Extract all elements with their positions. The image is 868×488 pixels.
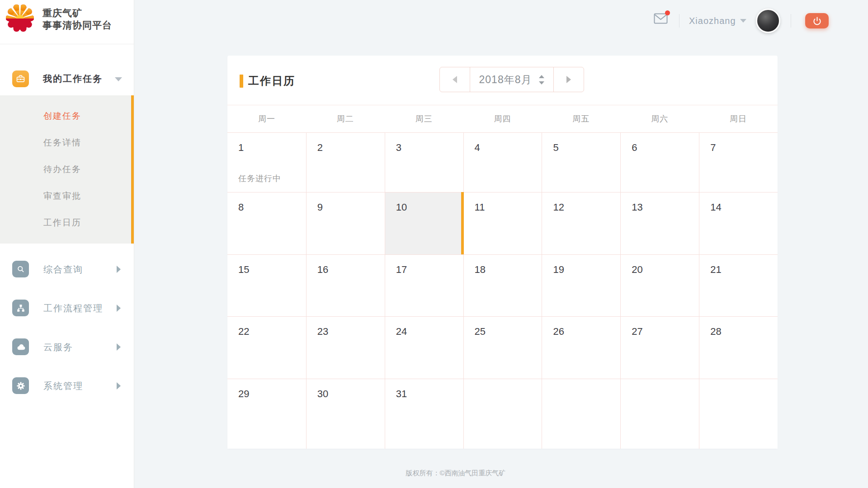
prev-month-button[interactable] [440,67,470,92]
weekday-label: 周三 [385,105,463,132]
day-number: 8 [238,202,244,213]
avatar[interactable] [756,9,780,33]
day-cell-7[interactable]: 7 [699,132,778,192]
day-cell-empty [620,379,699,449]
day-cell-4[interactable]: 4 [463,132,542,192]
day-cell-29[interactable]: 29 [227,379,306,449]
month-navigator: 2018年8月 [439,67,584,92]
sidebar-item-label: 我的工作任务 [43,62,103,95]
day-cell-20[interactable]: 20 [620,254,699,316]
app-title-line1: 重庆气矿 [42,7,112,19]
day-cell-18[interactable]: 18 [463,254,542,316]
day-cell-30[interactable]: 30 [306,379,385,449]
submenu-item-task-detail[interactable]: 任务详情 [0,137,134,149]
day-cell-5[interactable]: 5 [542,132,620,192]
day-cell-22[interactable]: 22 [227,316,306,379]
day-number: 24 [396,326,407,338]
calendar-grid: 1任务进行中2345678910111213141516171819202122… [227,132,778,449]
submenu-item-review-approval[interactable]: 审查审批 [0,190,134,202]
day-cell-empty [542,379,620,449]
chevron-left-icon [453,76,457,83]
day-cell-3[interactable]: 3 [385,132,463,192]
month-display: 2018年8月 [470,67,553,92]
day-number: 13 [632,202,642,213]
username-menu[interactable]: Xiaozhang [689,0,736,42]
day-cell-14[interactable]: 14 [699,192,778,254]
title-accent-bar [240,75,243,88]
sidebar-item-system-admin[interactable]: 系统管理 [0,366,134,405]
briefcase-icon [12,70,29,87]
day-number: 16 [317,264,328,276]
day-number: 31 [396,388,407,400]
day-cell-6[interactable]: 6 [620,132,699,192]
day-cell-10[interactable]: 10 [385,192,463,254]
day-cell-21[interactable]: 21 [699,254,778,316]
day-number: 20 [632,264,642,276]
day-cell-1[interactable]: 1任务进行中 [227,132,306,192]
sidebar-item-label: 云服务 [43,328,73,366]
day-cell-25[interactable]: 25 [463,316,542,379]
search-icon [12,261,29,277]
day-cell-16[interactable]: 16 [306,254,385,316]
sidebar-item-query[interactable]: 综合查询 [0,250,134,289]
day-number: 27 [632,326,642,338]
day-cell-31[interactable]: 31 [385,379,463,449]
app-title-line2: 事事清协同平台 [42,19,112,31]
next-month-button[interactable] [553,67,584,92]
sidebar: 重庆气矿 事事清协同平台 我的工作任务 创建任务 任务详情 待办任务 审查审批 … [0,0,134,488]
submenu-item-create-task[interactable]: 创建任务 [0,110,134,122]
day-number: 6 [632,142,637,154]
sidebar-item-label: 综合查询 [43,250,83,289]
day-cell-8[interactable]: 8 [227,192,306,254]
day-cell-19[interactable]: 19 [542,254,620,316]
copyright-text: 版权所有：©西南油气田重庆气矿 [406,469,505,478]
sidebar-item-label: 系统管理 [43,366,83,405]
month-spinner[interactable] [539,75,544,84]
sidebar-item-cloud-services[interactable]: 云服务 [0,328,134,366]
day-cell-15[interactable]: 15 [227,254,306,316]
day-cell-empty [699,379,778,449]
chevron-down-icon[interactable] [740,19,746,23]
day-number: 9 [317,202,323,213]
submenu-item-todo-tasks[interactable]: 待办任务 [0,164,134,175]
day-cell-9[interactable]: 9 [306,192,385,254]
day-number: 11 [475,202,485,213]
weekday-header-row: 周一 周二 周三 周四 周五 周六 周日 [227,105,778,132]
spinner-up-icon[interactable] [539,75,544,78]
mail-button[interactable] [654,13,668,26]
day-cell-17[interactable]: 17 [385,254,463,316]
day-cell-26[interactable]: 26 [542,316,620,379]
day-cell-2[interactable]: 2 [306,132,385,192]
weekday-label: 周六 [620,105,699,132]
logout-button[interactable] [805,13,829,28]
spinner-down-icon[interactable] [539,81,544,84]
chevron-right-icon [117,305,121,312]
day-number: 18 [475,264,486,276]
day-number: 29 [238,388,249,400]
weekday-label: 周一 [227,105,306,132]
day-number: 28 [710,326,721,338]
petrochina-logo-icon [6,4,34,32]
day-number: 3 [396,142,401,154]
cloud-icon [12,338,29,355]
day-cell-28[interactable]: 28 [699,316,778,379]
sidebar-item-my-tasks[interactable]: 我的工作任务 [0,62,134,95]
chevron-right-icon [117,382,121,389]
day-cell-27[interactable]: 27 [620,316,699,379]
day-number: 21 [710,264,721,276]
submenu-item-work-calendar[interactable]: 工作日历 [0,217,134,229]
day-cell-23[interactable]: 23 [306,316,385,379]
gear-icon [12,377,29,394]
day-cell-11[interactable]: 11 [463,192,542,254]
day-cell-13[interactable]: 13 [620,192,699,254]
chevron-down-icon [115,77,122,81]
day-cell-12[interactable]: 12 [542,192,620,254]
chevron-right-icon [117,343,121,351]
sidebar-submenu: 创建任务 任务详情 待办任务 审查审批 工作日历 [0,95,134,244]
weekday-label: 周四 [463,105,542,132]
day-number: 12 [553,202,564,213]
sidebar-item-workflow[interactable]: 工作流程管理 [0,289,134,328]
day-number: 15 [238,264,249,276]
day-cell-24[interactable]: 24 [385,316,463,379]
month-label: 2018年8月 [479,73,532,87]
